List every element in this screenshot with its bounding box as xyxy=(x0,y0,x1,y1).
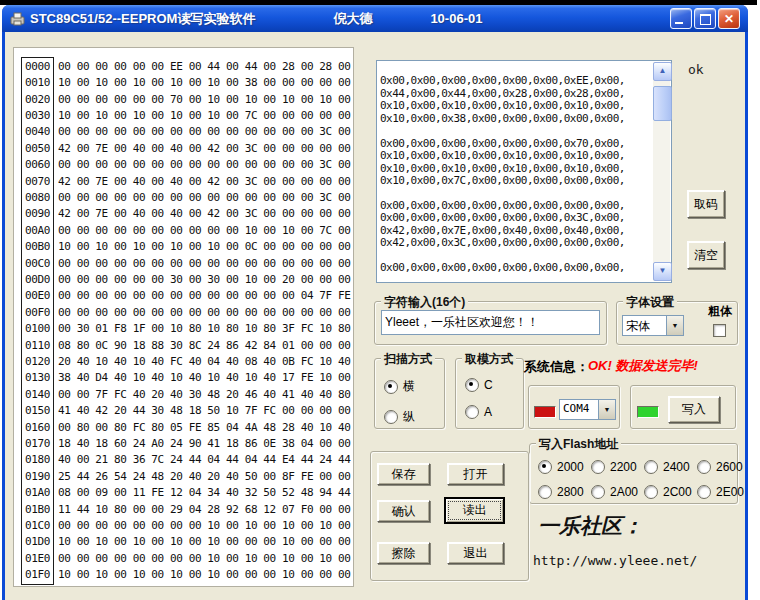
close-button[interactable]: ✕ xyxy=(718,8,740,29)
radio-dot xyxy=(538,460,552,474)
char-input-field[interactable] xyxy=(381,310,600,335)
radio-2800[interactable]: 2800 xyxy=(538,485,591,499)
hex-row: 013038 40 D4 40 10 40 10 40 10 40 10 40 … xyxy=(23,370,348,386)
erase-button[interactable]: 擦除 xyxy=(377,542,430,564)
hex-address: 0190 xyxy=(23,470,52,483)
hex-address: 00F0 xyxy=(23,306,52,319)
radio-label: 2200 xyxy=(610,460,637,474)
hex-address: 0170 xyxy=(23,437,52,450)
font-settings-group-label: 字体设置 xyxy=(623,294,677,311)
radio-dot xyxy=(538,485,552,499)
radio-2E00[interactable]: 2E00 xyxy=(697,485,750,499)
radio-2000[interactable]: 2000 xyxy=(538,460,591,474)
hex-address: 0150 xyxy=(23,404,52,417)
dropdown-arrow-icon[interactable]: ▼ xyxy=(666,316,683,335)
hex-bytes: 00 00 00 00 00 00 00 00 00 00 10 00 10 0… xyxy=(58,224,350,237)
hex-bytes: 42 00 7E 00 40 00 40 00 42 00 3C 00 00 0… xyxy=(58,142,350,155)
scroll-thumb[interactable] xyxy=(653,86,672,121)
hex-bytes: 11 44 10 80 00 00 29 04 28 92 68 12 07 F… xyxy=(58,503,350,516)
hex-row: 008000 00 00 00 00 00 00 00 00 00 00 00 … xyxy=(23,189,348,205)
system-info-message: OK! 数据发送完毕! xyxy=(588,357,698,375)
radio-label: 2C00 xyxy=(663,485,692,499)
code-output[interactable]: 0x00,0x00,0x00,0x00,0x00,0x00,0xEE,0x00,… xyxy=(376,60,672,283)
font-select[interactable]: 宋体 ▼ xyxy=(622,315,684,336)
radio-横[interactable]: 横 xyxy=(384,378,415,395)
radio-纵[interactable]: 纵 xyxy=(384,408,415,425)
minimize-button[interactable] xyxy=(670,8,692,29)
radio-dot xyxy=(644,485,658,499)
get-code-button[interactable]: 取码 xyxy=(687,190,725,218)
hex-row: 00F000 00 00 00 00 00 00 00 00 00 00 00 … xyxy=(23,304,348,320)
save-button[interactable]: 保存 xyxy=(377,463,430,485)
write-button[interactable]: 写入 xyxy=(668,396,720,423)
flash-address-group: 写入Flash地址 200022002400260028002A002C002E… xyxy=(529,443,738,504)
hex-bytes: 00 00 7F FC 40 20 40 30 48 20 46 40 41 4… xyxy=(58,388,350,401)
radio-2400[interactable]: 2400 xyxy=(644,460,697,474)
sample-mode-group-label: 取模方式 xyxy=(462,351,516,368)
radio-label: 纵 xyxy=(403,408,415,425)
clear-button[interactable]: 清空 xyxy=(687,241,725,269)
radio-A[interactable]: A xyxy=(465,405,493,419)
hex-bytes: 00 00 00 00 00 00 30 00 30 00 10 00 20 0… xyxy=(58,273,350,286)
hex-address: 0080 xyxy=(23,191,52,204)
hex-bytes: 00 00 00 00 00 00 EE 00 44 00 44 00 28 0… xyxy=(58,60,350,73)
hex-row: 001010 00 10 00 10 00 10 00 10 00 38 00 … xyxy=(23,74,348,90)
com-port-select[interactable]: COM4 ▼ xyxy=(559,399,616,420)
radio-C[interactable]: C xyxy=(465,378,493,392)
hex-bytes: 00 00 00 00 00 00 00 00 00 00 00 00 00 0… xyxy=(58,158,350,171)
hex-bytes: 42 00 7E 00 40 00 40 00 42 00 3C 00 00 0… xyxy=(58,175,350,188)
sample-mode-group: 取模方式 CA xyxy=(455,358,524,429)
window-date: 10-06-01 xyxy=(430,11,482,26)
scan-mode-group-label: 扫描方式 xyxy=(381,351,435,368)
hex-row: 00B010 00 10 00 10 00 10 00 10 00 0C 00 … xyxy=(23,238,348,254)
hex-address: 0030 xyxy=(23,109,52,122)
hex-row: 000000 00 00 00 00 00 EE 00 44 00 44 00 … xyxy=(23,58,348,74)
scroll-up-button[interactable]: ▲ xyxy=(653,62,672,81)
hex-row: 01C000 00 00 00 00 00 00 00 10 00 10 00 … xyxy=(23,517,348,533)
radio-label: 2000 xyxy=(557,460,584,474)
radio-2200[interactable]: 2200 xyxy=(591,460,644,474)
radio-label: 2600 xyxy=(716,460,743,474)
bold-checkbox[interactable] xyxy=(713,324,726,337)
title-bar[interactable]: STC89C51/52--EEPROM读写实验软件 倪大德 10-06-01 ✕ xyxy=(2,5,748,32)
radio-2C00[interactable]: 2C00 xyxy=(644,485,697,499)
open-button[interactable]: 打开 xyxy=(447,463,504,485)
confirm-button[interactable]: 确认 xyxy=(377,500,430,522)
status-ok-label: ok xyxy=(688,62,704,77)
hex-row: 011008 80 0C 90 18 88 30 8C 24 86 42 84 … xyxy=(23,337,348,353)
radio-label: 2400 xyxy=(663,460,690,474)
hex-row: 01D010 00 10 00 10 00 10 00 10 00 00 00 … xyxy=(23,534,348,550)
scrollbar[interactable]: ▲ ▼ xyxy=(653,62,670,281)
radio-dot xyxy=(465,378,479,392)
bold-label: 粗体 xyxy=(708,303,732,320)
radio-2A00[interactable]: 2A00 xyxy=(591,485,644,499)
exit-button[interactable]: 退出 xyxy=(447,542,504,564)
hex-bytes: 10 00 10 00 10 00 10 00 10 00 38 00 00 0… xyxy=(58,76,350,89)
hex-row: 012020 40 10 40 10 40 FC 40 04 40 08 40 … xyxy=(23,353,348,369)
scroll-down-button[interactable]: ▼ xyxy=(653,262,672,281)
dropdown-arrow-icon[interactable]: ▼ xyxy=(598,400,615,419)
hex-address: 0000 xyxy=(23,60,52,73)
hex-bytes: 00 80 00 80 FC 80 05 FE 85 04 4A 48 28 4… xyxy=(58,421,350,434)
tx-indicator xyxy=(637,406,659,418)
hex-address: 0130 xyxy=(23,371,52,384)
hex-address: 0160 xyxy=(23,421,52,434)
radio-2600[interactable]: 2600 xyxy=(697,460,750,474)
hex-address: 0180 xyxy=(23,453,52,466)
read-button[interactable]: 读出 xyxy=(444,497,505,524)
hex-address: 01B0 xyxy=(23,503,52,516)
maximize-button[interactable] xyxy=(694,8,716,29)
hex-bytes: 08 80 0C 90 18 88 30 8C 24 86 42 84 01 0… xyxy=(58,339,350,352)
hex-row: 010000 30 01 F8 1F 00 10 80 10 80 10 80 … xyxy=(23,321,348,337)
hex-row: 00A000 00 00 00 00 00 00 00 00 00 10 00 … xyxy=(23,222,348,238)
radio-label: 2E00 xyxy=(716,485,744,499)
hex-bytes: 00 00 00 00 00 00 70 00 10 00 10 00 10 0… xyxy=(58,93,350,106)
hex-row: 00C000 00 00 00 00 00 00 00 00 00 00 00 … xyxy=(23,255,348,271)
hex-bytes: 00 00 00 00 00 00 00 00 00 00 00 00 00 0… xyxy=(58,306,350,319)
radio-dot xyxy=(644,460,658,474)
hex-row: 009042 00 7E 00 40 00 40 00 42 00 3C 00 … xyxy=(23,206,348,222)
hex-address: 0120 xyxy=(23,355,52,368)
radio-dot xyxy=(384,380,398,394)
hex-bytes: 18 40 18 60 24 A0 24 90 41 18 86 0E 38 0… xyxy=(58,437,350,450)
hex-row: 01A008 00 09 00 11 FE 12 04 34 40 32 50 … xyxy=(23,485,348,501)
